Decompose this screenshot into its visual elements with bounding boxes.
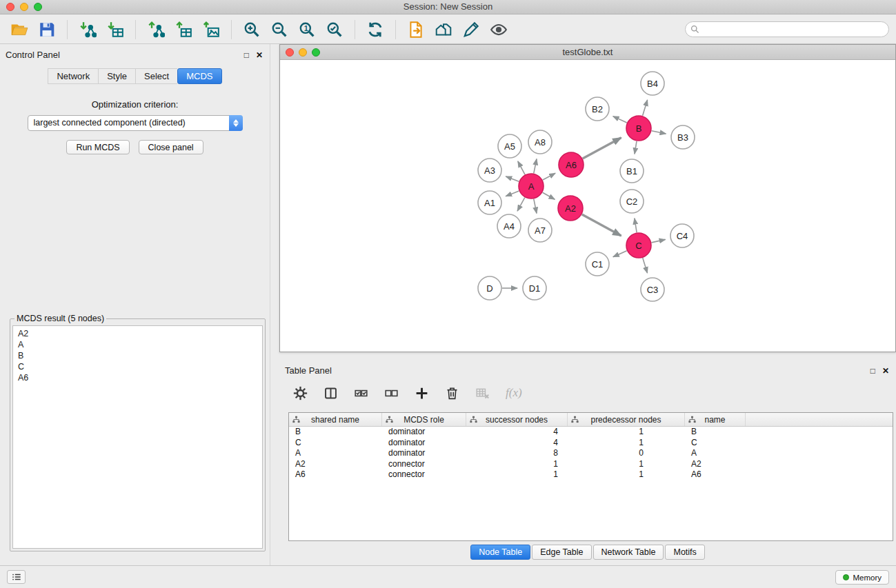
table-cell[interactable]: A — [685, 448, 746, 459]
table-cell[interactable]: 4 — [466, 427, 568, 438]
table-row[interactable]: Bdominator41B — [289, 427, 893, 438]
table-cell[interactable]: connector — [382, 469, 466, 480]
refresh-view-button[interactable] — [361, 17, 389, 42]
close-window-button[interactable] — [6, 3, 14, 11]
tab-mcds[interactable]: MCDS — [177, 68, 221, 84]
tab-network[interactable]: Network — [48, 68, 98, 84]
task-history-button[interactable] — [7, 570, 26, 584]
edge-A2-C[interactable] — [582, 214, 621, 236]
table-cell[interactable]: A6 — [289, 469, 382, 480]
import-document-button[interactable] — [402, 17, 430, 42]
edge-A-A1[interactable] — [506, 191, 519, 196]
tab-node-table[interactable]: Node Table — [470, 545, 530, 560]
table-row[interactable]: Cdominator41C — [289, 438, 893, 449]
float-panel-icon[interactable]: □ — [244, 51, 249, 59]
table-cell[interactable]: 1 — [568, 427, 685, 438]
table-cell[interactable]: 1 — [466, 469, 568, 480]
export-network-button[interactable] — [142, 17, 170, 42]
table-cell[interactable]: C — [289, 438, 382, 449]
export-table-button[interactable] — [170, 17, 197, 42]
table-row[interactable]: A2connector11A2 — [289, 459, 893, 470]
table-cell[interactable]: C — [685, 438, 746, 449]
table-cell[interactable]: 1 — [466, 459, 568, 470]
close-network-window-button[interactable] — [286, 48, 294, 57]
table-cell[interactable]: A6 — [685, 469, 746, 480]
tab-select[interactable]: Select — [135, 68, 177, 84]
table-settings-button[interactable] — [293, 386, 308, 401]
table-cell[interactable]: B — [685, 427, 746, 438]
open-session-button[interactable] — [6, 17, 33, 42]
save-session-button[interactable] — [33, 17, 61, 42]
tab-network-table[interactable]: Network Table — [593, 545, 664, 560]
edge-A-A4[interactable] — [517, 198, 525, 212]
table-row[interactable]: Adominator80A — [289, 448, 893, 459]
tab-style[interactable]: Style — [98, 68, 135, 84]
result-item[interactable]: A6 — [18, 372, 257, 383]
table-cell[interactable]: B — [289, 427, 382, 438]
zoom-fit-button[interactable] — [321, 17, 348, 42]
table-cell[interactable]: A2 — [685, 459, 746, 470]
column-header-shared-name[interactable]: shared name — [289, 413, 382, 426]
table-cell[interactable]: dominator — [382, 448, 466, 459]
minimize-window-button[interactable] — [20, 3, 28, 11]
table-cell[interactable]: connector — [382, 459, 466, 470]
zoom-out-button[interactable] — [266, 17, 293, 42]
table-row[interactable]: A6connector11A6 — [289, 469, 893, 480]
edge-A-A6[interactable] — [543, 173, 555, 180]
annotation-pencil-button[interactable] — [457, 17, 485, 42]
close-panel-icon[interactable]: ✕ — [256, 51, 263, 59]
table-cell[interactable]: dominator — [382, 438, 466, 449]
table-cell[interactable]: 0 — [568, 448, 685, 459]
table-cell[interactable]: A — [289, 448, 382, 459]
network-canvas[interactable]: AA2A6BCA1A3A4A5A7A8B1B2B3B4C1C2C3C4DD1 — [280, 60, 895, 351]
edge-A6-B[interactable] — [583, 138, 621, 159]
tab-edge-table[interactable]: Edge Table — [532, 545, 591, 560]
edge-B-B1[interactable] — [635, 141, 637, 154]
add-row-button[interactable] — [415, 386, 429, 401]
edge-A-A5[interactable] — [518, 161, 525, 174]
show-graphics-details-button[interactable] — [485, 17, 512, 42]
table-cell[interactable]: 4 — [466, 438, 568, 449]
zoom-actual-size-button[interactable]: 1 — [293, 17, 321, 42]
minimize-network-window-button[interactable] — [299, 48, 307, 57]
edge-B-B2[interactable] — [613, 116, 627, 123]
table-cell[interactable]: A2 — [289, 459, 382, 470]
clear-table-button[interactable] — [475, 386, 490, 401]
column-header-MCDS-role[interactable]: MCDS role — [382, 413, 466, 426]
result-item[interactable]: C — [18, 361, 257, 372]
show-columns-button[interactable] — [323, 386, 338, 401]
select-all-rows-button[interactable] — [354, 386, 368, 401]
edge-C-C3[interactable] — [643, 258, 648, 273]
deselect-all-rows-button[interactable] — [384, 386, 399, 401]
edge-A-A2[interactable] — [543, 192, 555, 199]
table-cell[interactable]: dominator — [382, 427, 466, 438]
edge-C-C2[interactable] — [635, 219, 637, 233]
table-cell[interactable]: 1 — [568, 469, 685, 480]
edge-A-A3[interactable] — [506, 176, 519, 181]
edge-C-C1[interactable] — [613, 251, 627, 257]
table-cell[interactable]: 8 — [466, 448, 568, 459]
result-item[interactable]: B — [18, 350, 257, 361]
export-image-button[interactable] — [197, 17, 225, 42]
memory-button[interactable]: Memory — [835, 570, 889, 585]
run-mcds-button[interactable]: Run MCDS — [66, 140, 129, 154]
import-network-button[interactable] — [74, 17, 101, 42]
table-cell[interactable]: 1 — [568, 459, 685, 470]
edge-B-B3[interactable] — [652, 131, 666, 134]
edge-A-A7[interactable] — [534, 199, 537, 214]
tab-motifs[interactable]: Motifs — [665, 545, 704, 560]
zoom-in-button[interactable] — [238, 17, 266, 42]
zoom-window-button[interactable] — [34, 3, 42, 11]
edge-C-C4[interactable] — [652, 239, 666, 243]
result-item[interactable]: A2 — [18, 328, 257, 339]
edge-A-A8[interactable] — [534, 159, 537, 174]
close-table-panel-icon[interactable]: ✕ — [882, 367, 889, 375]
column-header-predecessor-nodes[interactable]: predecessor nodes — [568, 413, 685, 426]
delete-rows-button[interactable] — [445, 386, 459, 401]
mcds-result-list[interactable]: A2ABCA6 — [12, 325, 263, 549]
optimization-criterion-dropdown[interactable]: largest connected component (directed) — [28, 115, 243, 131]
search-field[interactable] — [685, 21, 889, 37]
column-header-name[interactable]: name — [685, 413, 746, 426]
float-table-panel-icon[interactable]: □ — [870, 367, 875, 375]
result-item[interactable]: A — [18, 339, 257, 350]
